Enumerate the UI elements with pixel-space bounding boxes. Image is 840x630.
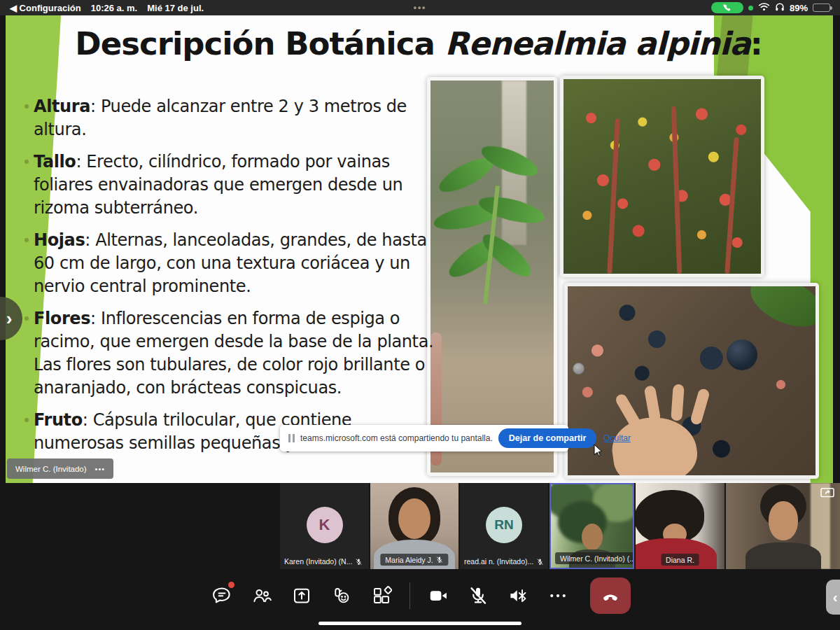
- active-call-phone-icon[interactable]: [711, 2, 743, 13]
- battery-percent: 89%: [790, 3, 808, 13]
- chevron-left-icon: ‹: [833, 589, 838, 606]
- apps-button[interactable]: [370, 584, 393, 608]
- people-button[interactable]: [250, 584, 274, 608]
- right-panel-handle[interactable]: ‹: [826, 580, 840, 615]
- camera-on-button[interactable]: [426, 584, 450, 608]
- reactions-button[interactable]: [330, 584, 354, 608]
- hang-up-button[interactable]: [590, 578, 631, 614]
- participant-tile-karen[interactable]: K Karen (Invitado) (N...: [280, 483, 369, 569]
- bullet-dot: [24, 104, 29, 108]
- slide-bullet-list: Altura: Puede alcanzar entre 2 y 3 metro…: [24, 95, 444, 464]
- chat-button[interactable]: [210, 584, 234, 608]
- photo-leafy-plant: [427, 77, 557, 476]
- bullet-dot: [24, 238, 29, 242]
- call-controls-toolbar: [0, 574, 840, 617]
- species-name-italic: Renealmia alpinia: [445, 25, 750, 62]
- mouse-cursor-icon: [594, 444, 603, 460]
- avatar: RN: [486, 507, 522, 543]
- participant-tile-readai[interactable]: RN read.ai n. (Invitado)...: [460, 483, 548, 569]
- microphone-in-use-dot: [748, 6, 753, 10]
- speaker-bluetooth-button[interactable]: [506, 584, 530, 608]
- bullet-hojas: Hojas: Alternas, lanceoladas, grandes, d…: [24, 229, 444, 298]
- participant-name: Wilmer C. (Invitado) (...: [560, 554, 634, 563]
- annotation-pointer-dot[interactable]: [573, 363, 584, 374]
- participant-video-strip: K Karen (Invitado) (N... Maria Aleidy J.…: [0, 483, 840, 569]
- stop-sharing-button[interactable]: Dejar de compartir: [498, 428, 596, 448]
- more-options-button[interactable]: [546, 584, 570, 608]
- screen-share-indicator-icon: [820, 487, 835, 503]
- screen-sharing-banner: teams.microsoft.com está compartiendo tu…: [280, 425, 568, 451]
- chevron-right-icon: ›: [6, 308, 13, 330]
- sharing-message: teams.microsoft.com está compartiendo tu…: [300, 433, 493, 443]
- clock: 10:26 a. m.: [91, 3, 138, 13]
- battery-icon: [813, 4, 830, 12]
- home-indicator-bar[interactable]: [318, 622, 522, 625]
- presenter-name-pill[interactable]: Wilmer C. (Invitado) •••: [7, 458, 113, 479]
- bullet-dot: [24, 316, 29, 321]
- bullet-tallo: Tallo: Erecto, cilíndrico, formado por v…: [24, 150, 444, 220]
- hide-banner-link[interactable]: Ocultar: [603, 433, 631, 443]
- slide-title: Descripción Botánica Renealmia alpinia:: [41, 25, 797, 62]
- photo-inflorescences: [560, 76, 764, 277]
- bullet-dot: [24, 160, 29, 164]
- headphones-icon: [775, 2, 785, 14]
- multitask-dots-icon: •••: [414, 0, 427, 15]
- presenter-more-options-icon[interactable]: •••: [95, 465, 106, 473]
- mic-muted-icon: [536, 558, 544, 566]
- wifi-icon: [758, 2, 770, 13]
- mic-muted-icon: [355, 558, 363, 566]
- shared-screen-slide: Descripción Botánica Renealmia alpinia: …: [6, 15, 833, 483]
- participant-name: Maria Aleidy J.: [385, 556, 433, 564]
- participant-tile-diana[interactable]: Diana R.: [636, 483, 724, 569]
- mic-muted-button[interactable]: [466, 584, 490, 608]
- participant-tile-wilmer-active[interactable]: Wilmer C. (Invitado) (...: [550, 483, 634, 569]
- back-to-settings-button[interactable]: ◀ Configuración: [10, 3, 81, 13]
- bullet-dot: [24, 418, 29, 422]
- participant-name: Diana R.: [666, 556, 694, 564]
- chat-unread-badge: [228, 582, 234, 588]
- bullet-altura: Altura: Puede alcanzar entre 2 y 3 metro…: [24, 95, 444, 141]
- participant-name: read.ai n. (Invitado)...: [464, 557, 533, 566]
- share-tray-button[interactable]: [290, 584, 314, 608]
- avatar: K: [307, 507, 343, 543]
- presenter-name: Wilmer C. (Invitado): [15, 465, 87, 473]
- date: Mié 17 de jul.: [147, 3, 204, 13]
- pause-sharing-icon[interactable]: [288, 434, 295, 442]
- bullet-flores: Flores: Inflorescencias en forma de espi…: [24, 307, 444, 400]
- participant-name: Karen (Invitado) (N...: [284, 557, 352, 566]
- status-bar: ◀ Configuración 10:26 a. m. Mié 17 de ju…: [0, 0, 840, 15]
- participant-tile-maria[interactable]: Maria Aleidy J.: [370, 483, 458, 569]
- participant-tile-unnamed[interactable]: [726, 483, 840, 569]
- toolbar-divider: [410, 582, 410, 609]
- mic-muted-icon: [436, 556, 444, 564]
